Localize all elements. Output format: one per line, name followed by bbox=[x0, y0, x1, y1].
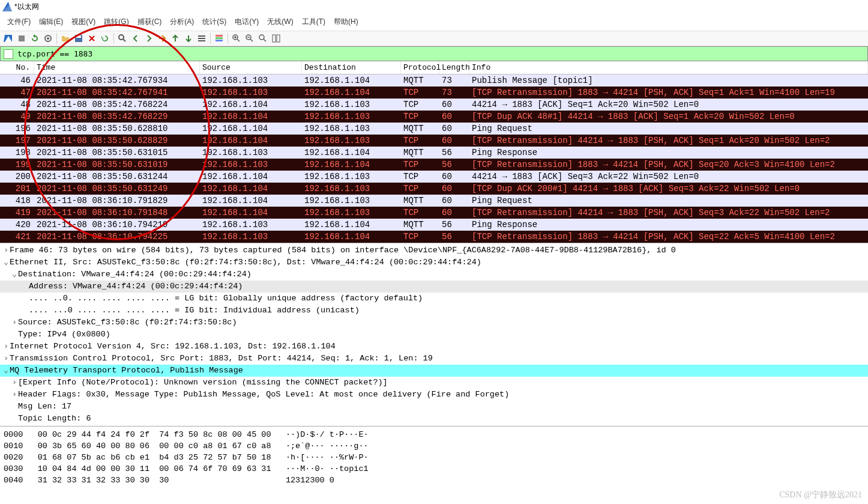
resize-columns-button[interactable] bbox=[270, 32, 282, 44]
detail-mqtt[interactable]: MQ Telemetry Transport Protocol, Publish… bbox=[10, 365, 243, 377]
zoom-reset-button[interactable] bbox=[257, 32, 269, 44]
detail-eth-addr[interactable]: Address: VMware_44:f4:24 (00:0c:29:44:f4… bbox=[29, 281, 243, 293]
find-button[interactable] bbox=[116, 32, 128, 44]
zoom-out-button[interactable] bbox=[244, 32, 256, 44]
packet-details[interactable]: ›Frame 46: 73 bytes on wire (584 bits), … bbox=[0, 243, 868, 426]
wireshark-icon bbox=[2, 2, 12, 11]
detail-frame[interactable]: Frame 46: 73 bytes on wire (584 bits), 7… bbox=[10, 244, 676, 257]
toolbar bbox=[0, 31, 868, 46]
svg-rect-11 bbox=[215, 40, 223, 41]
svg-rect-9 bbox=[215, 35, 223, 37]
autoscroll-button[interactable] bbox=[196, 32, 208, 44]
last-button[interactable] bbox=[182, 32, 194, 44]
first-button[interactable] bbox=[169, 32, 181, 44]
col-header-no[interactable]: No. bbox=[0, 61, 34, 74]
close-file-button[interactable] bbox=[86, 32, 98, 44]
packet-row[interactable]: 492021-11-08 08:35:42.768229192.168.1.10… bbox=[0, 111, 868, 123]
menu-help[interactable]: 帮助(H) bbox=[330, 16, 362, 28]
detail-mqtt-len[interactable]: Msg Len: 17 bbox=[18, 401, 71, 413]
menubar: 文件(F) 编辑(E) 视图(V) 跳转(G) 捕获(C) 分析(A) 统计(S… bbox=[0, 13, 868, 31]
col-header-source[interactable]: Source bbox=[200, 61, 302, 74]
display-filter-input[interactable] bbox=[15, 48, 866, 59]
packet-row[interactable]: 1972021-11-08 08:35:50.628829192.168.1.1… bbox=[0, 135, 868, 147]
packet-row[interactable]: 4182021-11-08 08:36:10.791829192.168.1.1… bbox=[0, 195, 868, 207]
svg-rect-8 bbox=[198, 40, 205, 41]
restart-capture-button[interactable] bbox=[29, 32, 41, 44]
svg-rect-6 bbox=[198, 35, 205, 37]
window-title: *以太网 bbox=[14, 2, 39, 12]
packet-row[interactable]: 1962021-11-08 08:35:50.628810192.168.1.1… bbox=[0, 123, 868, 135]
packet-list-header: No. Time Source Destination Protocol Len… bbox=[0, 61, 868, 74]
collapse-icon[interactable]: ⌄ bbox=[2, 257, 10, 269]
packet-row[interactable]: 4212021-11-08 08:36:10.794225192.168.1.1… bbox=[0, 231, 868, 243]
detail-mqtt-flags[interactable]: Header Flags: 0x30, Message Type: Publis… bbox=[18, 389, 509, 401]
detail-mqtt-topic[interactable]: Topic Length: 6 bbox=[18, 413, 91, 425]
menu-file[interactable]: 文件(F) bbox=[4, 16, 34, 28]
svg-point-5 bbox=[119, 35, 124, 40]
save-file-button[interactable] bbox=[73, 32, 85, 44]
col-header-info[interactable]: Info bbox=[469, 61, 868, 74]
col-header-protocol[interactable]: Protocol bbox=[401, 61, 439, 74]
menu-tools[interactable]: 工具(T) bbox=[298, 16, 329, 28]
collapse-icon[interactable]: ⌄ bbox=[2, 365, 10, 377]
detail-eth-ig[interactable]: .... ...0 .... .... .... .... = IG bit: … bbox=[29, 305, 360, 317]
packet-bytes[interactable]: 0000 00 0c 29 44 f4 24 f0 2f 74 f3 50 8c… bbox=[0, 426, 868, 488]
menu-edit[interactable]: 编辑(E) bbox=[35, 16, 67, 28]
col-header-destination[interactable]: Destination bbox=[302, 61, 401, 74]
svg-rect-7 bbox=[198, 38, 205, 39]
detail-eth-type[interactable]: Type: IPv4 (0x0800) bbox=[18, 329, 110, 341]
packet-row[interactable]: 482021-11-08 08:35:42.768224192.168.1.10… bbox=[0, 99, 868, 111]
next-button[interactable] bbox=[143, 32, 155, 44]
detail-eth-lg[interactable]: .... ..0. .... .... .... .... = LG bit: … bbox=[29, 293, 423, 305]
goto-button[interactable] bbox=[156, 32, 168, 44]
packet-row[interactable]: 462021-11-08 08:35:42.767934192.168.1.10… bbox=[0, 74, 868, 87]
svg-rect-4 bbox=[76, 35, 81, 38]
filter-bookmark-icon[interactable] bbox=[4, 49, 13, 59]
packet-list[interactable]: 462021-11-08 08:35:42.767934192.168.1.10… bbox=[0, 74, 868, 243]
svg-point-14 bbox=[259, 35, 264, 40]
col-header-length[interactable]: Length bbox=[439, 61, 469, 74]
colorize-button[interactable] bbox=[213, 32, 225, 44]
expand-icon[interactable]: › bbox=[11, 377, 18, 389]
filter-bar bbox=[0, 46, 868, 61]
expand-icon[interactable]: › bbox=[11, 317, 18, 329]
reload-button[interactable] bbox=[99, 32, 111, 44]
stop-capture-button[interactable] bbox=[16, 32, 28, 44]
menu-analyze[interactable]: 分析(A) bbox=[166, 16, 197, 28]
detail-eth-dst[interactable]: Destination: VMware_44:f4:24 (00:0c:29:4… bbox=[18, 269, 252, 281]
svg-rect-10 bbox=[215, 37, 223, 39]
packet-row[interactable]: 472021-11-08 08:35:42.767941192.168.1.10… bbox=[0, 87, 868, 99]
menu-wireless[interactable]: 无线(W) bbox=[264, 16, 297, 28]
packet-row[interactable]: 2012021-11-08 08:35:50.631249192.168.1.1… bbox=[0, 183, 868, 195]
prev-button[interactable] bbox=[130, 32, 142, 44]
detail-mqtt-expert[interactable]: [Expert Info (Note/Protocol): Unknown ve… bbox=[18, 377, 388, 389]
detail-eth-src[interactable]: Source: ASUSTekC_f3:50:8c (f0:2f:74:f3:5… bbox=[18, 317, 237, 329]
menu-go[interactable]: 跳转(G) bbox=[100, 16, 132, 28]
packet-row[interactable]: 1992021-11-08 08:35:50.631019192.168.1.1… bbox=[0, 159, 868, 171]
packet-row[interactable]: 1982021-11-08 08:35:50.631015192.168.1.1… bbox=[0, 147, 868, 159]
svg-rect-16 bbox=[277, 35, 280, 42]
menu-capture[interactable]: 捕获(C) bbox=[134, 16, 166, 28]
col-header-time[interactable]: Time bbox=[34, 61, 200, 74]
zoom-in-button[interactable] bbox=[231, 32, 243, 44]
detail-ethernet[interactable]: Ethernet II, Src: ASUSTekC_f3:50:8c (f0:… bbox=[10, 257, 481, 269]
svg-rect-15 bbox=[273, 35, 276, 42]
expand-icon[interactable]: › bbox=[2, 244, 10, 257]
packet-row[interactable]: 2002021-11-08 08:35:50.631244192.168.1.1… bbox=[0, 171, 868, 183]
expand-icon[interactable]: › bbox=[2, 341, 10, 353]
open-file-button[interactable] bbox=[59, 32, 71, 44]
svg-point-2 bbox=[47, 37, 49, 40]
start-capture-button[interactable] bbox=[2, 32, 14, 44]
packet-row[interactable]: 4192021-11-08 08:36:10.791848192.168.1.1… bbox=[0, 207, 868, 219]
expand-icon[interactable]: › bbox=[2, 353, 10, 365]
detail-tcp[interactable]: Transmission Control Protocol, Src Port:… bbox=[10, 353, 433, 365]
titlebar: *以太网 bbox=[0, 0, 868, 13]
menu-telephony[interactable]: 电话(Y) bbox=[231, 16, 262, 28]
detail-ip[interactable]: Internet Protocol Version 4, Src: 192.16… bbox=[10, 341, 336, 353]
menu-statistics[interactable]: 统计(S) bbox=[199, 16, 230, 28]
capture-options-button[interactable] bbox=[42, 32, 54, 44]
expand-icon[interactable]: › bbox=[11, 389, 18, 401]
menu-view[interactable]: 视图(V) bbox=[68, 16, 99, 28]
collapse-icon[interactable]: ⌄ bbox=[11, 269, 18, 281]
packet-row[interactable]: 4202021-11-08 08:36:10.794219192.168.1.1… bbox=[0, 219, 868, 231]
